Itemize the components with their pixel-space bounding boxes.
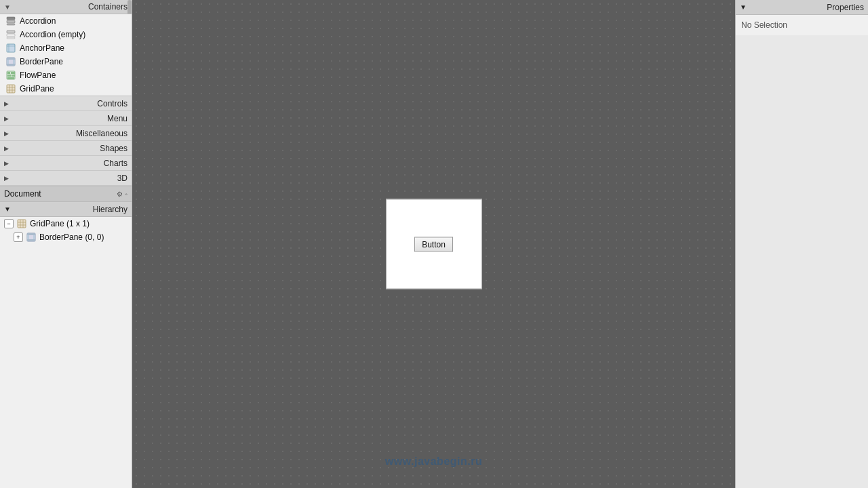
preview-window: Button [386, 199, 482, 289]
containers-collapse-arrow: ▼ [4, 3, 11, 11]
misc-label: Miscellaneous [76, 129, 127, 138]
list-item-flowpane[interactable]: FlowPane [0, 68, 132, 82]
hierarchy-item-gridpane[interactable]: − GridPane (1 x 1) [0, 217, 132, 230]
list-item-anchorpane[interactable]: AnchorPane [0, 41, 132, 55]
flowpane-icon [5, 70, 16, 81]
menu-label: Menu [107, 114, 127, 123]
hierarchy-label: Hierarchy [93, 205, 127, 214]
svg-rect-16 [11, 72, 15, 74]
svg-rect-4 [7, 34, 15, 37]
shapes-label: Shapes [100, 144, 127, 153]
list-item-label: AnchorPane [20, 43, 64, 53]
properties-arrow: ▼ [740, 3, 747, 11]
shapes-arrow: ▶ [4, 145, 9, 152]
document-icons: ⚙ ◦ [117, 190, 127, 198]
list-item-accordion[interactable]: Accordion [0, 14, 132, 28]
document-label: Document [4, 189, 41, 199]
svg-rect-25 [18, 220, 26, 228]
svg-rect-33 [27, 235, 29, 239]
list-item-label: BorderPane [20, 57, 63, 66]
preview-button[interactable]: Button [414, 237, 453, 251]
containers-header[interactable]: ▼ Containers [0, 0, 132, 14]
accordion-icon [5, 16, 16, 26]
svg-rect-12 [7, 60, 9, 64]
svg-rect-19 [7, 77, 14, 79]
svg-rect-1 [7, 20, 15, 23]
shapes-section[interactable]: ▶ Shapes [0, 141, 132, 156]
properties-header: ▼ Properties [736, 0, 868, 15]
scroll-thumb [127, 0, 132, 14]
list-item-label: Accordion (empty) [20, 30, 85, 39]
controls-label: Controls [97, 99, 127, 108]
miscellaneous-section[interactable]: ▶ Miscellaneous [0, 126, 132, 141]
svg-rect-31 [27, 233, 35, 235]
doc-icon-extra[interactable]: ◦ [125, 190, 127, 198]
hierarchy-item-borderpane[interactable]: + BorderPane (0, 0) [0, 230, 132, 244]
3d-arrow: ▶ [4, 175, 9, 182]
svg-rect-2 [7, 24, 15, 25]
svg-rect-10 [7, 58, 15, 60]
misc-arrow: ▶ [4, 130, 9, 137]
accordion-empty-icon [5, 29, 16, 40]
left-panel: ▼ Containers Accordion A [0, 0, 132, 488]
svg-rect-17 [7, 75, 12, 77]
main-canvas[interactable]: Button www.javabegin.ru [132, 0, 735, 488]
doc-icon-settings[interactable]: ⚙ [117, 190, 123, 198]
charts-section[interactable]: ▶ Charts [0, 156, 132, 171]
3d-section[interactable]: ▶ 3D [0, 171, 132, 186]
svg-rect-6 [7, 44, 15, 52]
svg-rect-18 [12, 75, 15, 77]
no-selection: No Selection [736, 15, 868, 35]
list-item-borderpane[interactable]: BorderPane [0, 55, 132, 68]
hierarchy-list: − GridPane (1 x 1) + [0, 217, 132, 488]
3d-label: 3D [117, 174, 127, 183]
menu-arrow: ▶ [4, 115, 9, 122]
borderpane-icon [5, 56, 16, 67]
hierarchy-arrow: ▼ [4, 205, 11, 213]
svg-rect-32 [27, 239, 35, 241]
right-panel: ▼ Properties No Selection [735, 0, 868, 488]
svg-rect-0 [7, 17, 15, 20]
borderpane-hier-icon [26, 232, 37, 243]
svg-rect-34 [33, 235, 35, 239]
gridpane-hier-label: GridPane (1 x 1) [30, 219, 90, 228]
borderpane-hier-label: BorderPane (0, 0) [39, 232, 104, 242]
charts-arrow: ▶ [4, 160, 9, 167]
list-item-gridpane[interactable]: GridPane [0, 82, 132, 96]
anchorpane-icon [5, 43, 16, 54]
list-item-label: FlowPane [20, 70, 56, 80]
charts-label: Charts [104, 159, 127, 168]
svg-rect-15 [7, 72, 10, 74]
containers-list: Accordion Accordion (empty) AnchorPan [0, 14, 132, 96]
svg-rect-11 [7, 64, 15, 66]
controls-section[interactable]: ▶ Controls [0, 96, 132, 111]
gridpane-expand-btn[interactable]: − [4, 219, 14, 228]
menu-section[interactable]: ▶ Menu [0, 111, 132, 126]
gridpane-icon [5, 83, 16, 94]
properties-label: Properties [827, 3, 864, 12]
borderpane-expand-btn[interactable]: + [14, 232, 23, 242]
watermark: www.javabegin.ru [385, 455, 482, 468]
list-item-label: Accordion [20, 16, 56, 26]
svg-rect-5 [7, 37, 15, 39]
list-item-label: GridPane [20, 84, 54, 94]
containers-label: Containers [88, 2, 127, 12]
list-item-accordion-empty[interactable]: Accordion (empty) [0, 28, 132, 41]
document-header: Document ⚙ ◦ [0, 186, 132, 202]
hierarchy-header: ▼ Hierarchy [0, 202, 132, 217]
controls-arrow: ▶ [4, 100, 9, 107]
svg-rect-13 [13, 60, 15, 64]
gridpane-hier-icon [16, 218, 27, 229]
svg-rect-20 [7, 85, 15, 93]
svg-rect-3 [7, 30, 15, 33]
